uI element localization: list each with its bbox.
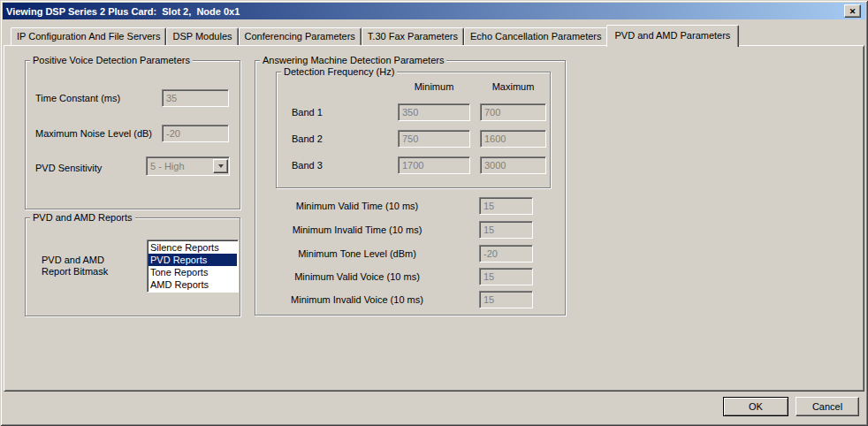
close-icon: ✕ bbox=[849, 7, 857, 16]
report-option-pvd[interactable]: PVD Reports bbox=[148, 254, 237, 266]
tab-ip-configuration-and-file-servers[interactable]: IP Configuration And File Servers bbox=[11, 27, 166, 45]
detection-frequency-group-title: Detection Frequency (Hz) bbox=[281, 66, 397, 77]
tab-echo-cancellation-parameters[interactable]: Echo Cancellation Parameters bbox=[464, 27, 608, 45]
positive-voice-detection-group-title: Positive Voice Detection Parameters bbox=[30, 55, 193, 65]
minimum-invalid-time-label: Minimum Invalid Time (10 ms) bbox=[267, 221, 447, 239]
time-constant-field bbox=[162, 89, 229, 107]
tab-conferencing-parameters[interactable]: Conferencing Parameters bbox=[239, 27, 362, 45]
answering-machine-detection-group-title: Answering Machine Detection Parameters bbox=[260, 55, 446, 65]
band-1-label: Band 1 bbox=[292, 103, 323, 121]
band-1-minimum-field bbox=[398, 103, 470, 121]
band-2-maximum-field bbox=[480, 130, 546, 148]
band-2-label: Band 2 bbox=[292, 130, 323, 148]
report-bitmask-listbox[interactable]: Silence Reports PVD Reports Tone Reports… bbox=[147, 240, 239, 293]
minimum-invalid-voice-field bbox=[479, 291, 533, 308]
minimum-tone-level-field bbox=[479, 245, 533, 262]
tab-t30-fax-parameters[interactable]: T.30 Fax Parameters bbox=[362, 27, 464, 45]
minimum-valid-time-label: Minimum Valid Time (10 ms) bbox=[267, 197, 447, 215]
minimum-invalid-voice-label: Minimum Invalid Voice (10 ms) bbox=[267, 291, 447, 308]
cancel-button[interactable]: Cancel bbox=[796, 397, 859, 416]
band-3-label: Band 3 bbox=[292, 156, 323, 174]
pvd-sensitivity-label: PVD Sensitivity bbox=[35, 159, 102, 177]
tab-dsp-modules[interactable]: DSP Modules bbox=[166, 27, 238, 45]
band-2-minimum-field bbox=[398, 130, 470, 148]
maximum-column-header: Maximum bbox=[480, 81, 546, 93]
report-option-silence[interactable]: Silence Reports bbox=[148, 241, 237, 254]
minimum-valid-voice-field bbox=[479, 268, 533, 285]
ok-button[interactable]: OK bbox=[723, 397, 788, 416]
close-button[interactable]: ✕ bbox=[844, 4, 861, 18]
chevron-down-icon bbox=[218, 164, 224, 171]
band-3-minimum-field bbox=[398, 156, 470, 174]
window-title: Viewing DSP Series 2 Plus Card: Slot 2, … bbox=[3, 6, 240, 17]
report-option-amd[interactable]: AMD Reports bbox=[148, 278, 237, 291]
minimum-valid-voice-label: Minimum Valid Voice (10 ms) bbox=[267, 268, 447, 285]
minimum-column-header: Minimum bbox=[398, 81, 470, 93]
tab-bar: IP Configuration And File Servers DSP Mo… bbox=[11, 25, 737, 47]
minimum-invalid-time-field bbox=[479, 221, 533, 239]
tab-pvd-and-amd-parameters[interactable]: PVD and AMD Parameters bbox=[606, 25, 740, 47]
pvd-sensitivity-value: 5 - High bbox=[147, 158, 213, 174]
title-bar: Viewing DSP Series 2 Plus Card: Slot 2, … bbox=[3, 3, 865, 19]
report-bitmask-label: PVD and AMD Report Bitmask bbox=[42, 255, 108, 278]
dropdown-arrow-button bbox=[213, 159, 228, 173]
time-constant-label: Time Constant (ms) bbox=[35, 89, 120, 107]
band-1-maximum-field bbox=[480, 103, 546, 121]
band-3-maximum-field bbox=[480, 156, 546, 174]
report-bitmask-label-line2: Report Bitmask bbox=[42, 266, 108, 278]
pvd-sensitivity-dropdown: 5 - High bbox=[146, 156, 230, 176]
maximum-noise-level-label: Maximum Noise Level (dB) bbox=[35, 125, 152, 142]
pvd-and-amd-reports-group-title: PVD and AMD Reports bbox=[30, 212, 135, 223]
dialog-window: Viewing DSP Series 2 Plus Card: Slot 2, … bbox=[0, 0, 868, 426]
report-option-tone[interactable]: Tone Reports bbox=[148, 266, 237, 278]
maximum-noise-level-field bbox=[162, 125, 229, 142]
report-bitmask-label-line1: PVD and AMD bbox=[42, 255, 108, 266]
minimum-valid-time-field bbox=[479, 197, 533, 215]
minimum-tone-level-label: Minimum Tone Level (dBm) bbox=[267, 245, 447, 262]
